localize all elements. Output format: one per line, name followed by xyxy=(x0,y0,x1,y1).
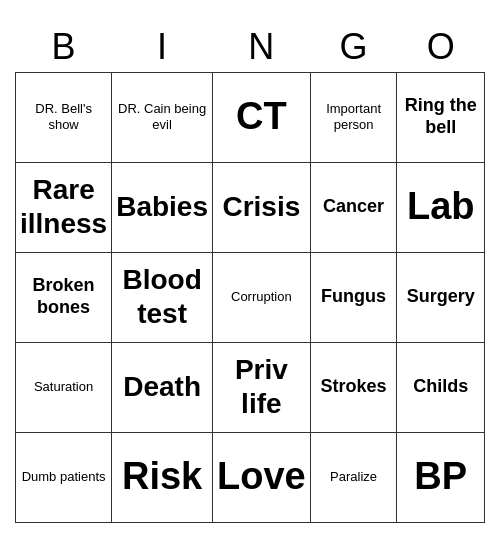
bingo-cell: Risk xyxy=(112,432,213,522)
bingo-cell: Babies xyxy=(112,162,213,252)
bingo-card: BINGO DR. Bell's showDR. Cain being evil… xyxy=(15,22,485,523)
header-letter: B xyxy=(16,22,112,73)
bingo-cell: DR. Bell's show xyxy=(16,72,112,162)
bingo-cell: CT xyxy=(213,72,311,162)
bingo-cell: Fungus xyxy=(310,252,397,342)
bingo-cell: BP xyxy=(397,432,485,522)
bingo-cell: Broken bones xyxy=(16,252,112,342)
bingo-cell: Cancer xyxy=(310,162,397,252)
bingo-cell: Strokes xyxy=(310,342,397,432)
header-letter: O xyxy=(397,22,485,73)
bingo-row: SaturationDeathPriv lifeStrokesChilds xyxy=(16,342,485,432)
bingo-cell: Rare illness xyxy=(16,162,112,252)
bingo-cell: Corruption xyxy=(213,252,311,342)
bingo-cell: Lab xyxy=(397,162,485,252)
header-letter: G xyxy=(310,22,397,73)
bingo-cell: Death xyxy=(112,342,213,432)
bingo-cell: Priv life xyxy=(213,342,311,432)
bingo-cell: Surgery xyxy=(397,252,485,342)
bingo-row: DR. Bell's showDR. Cain being evilCTImpo… xyxy=(16,72,485,162)
header-letter: I xyxy=(112,22,213,73)
header-letter: N xyxy=(213,22,311,73)
bingo-cell: Paralize xyxy=(310,432,397,522)
bingo-row: Rare illnessBabiesCrisisCancerLab xyxy=(16,162,485,252)
bingo-cell: Saturation xyxy=(16,342,112,432)
bingo-cell: Blood test xyxy=(112,252,213,342)
bingo-cell: Crisis xyxy=(213,162,311,252)
bingo-cell: Love xyxy=(213,432,311,522)
bingo-cell: Important person xyxy=(310,72,397,162)
bingo-header: BINGO xyxy=(16,22,485,73)
bingo-row: Broken bonesBlood testCorruptionFungusSu… xyxy=(16,252,485,342)
bingo-cell: DR. Cain being evil xyxy=(112,72,213,162)
bingo-cell: Ring the bell xyxy=(397,72,485,162)
bingo-row: Dumb patientsRiskLoveParalizeBP xyxy=(16,432,485,522)
bingo-cell: Childs xyxy=(397,342,485,432)
bingo-cell: Dumb patients xyxy=(16,432,112,522)
